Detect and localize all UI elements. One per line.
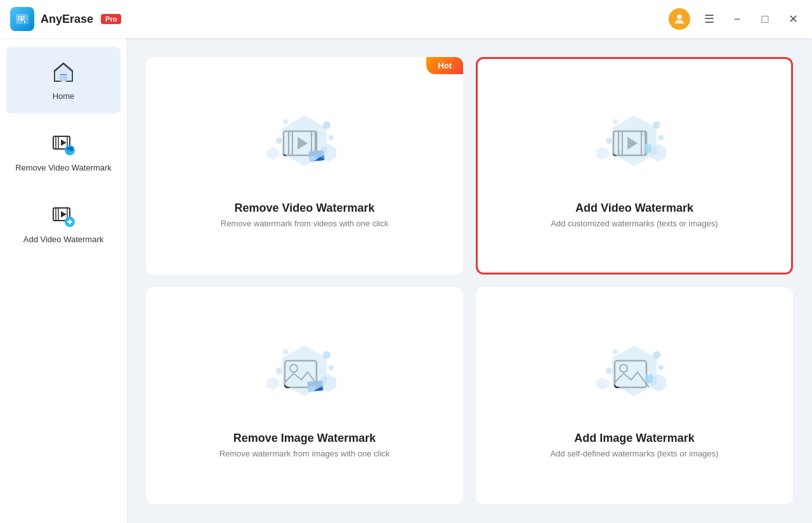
svg-marker-65 — [612, 345, 657, 396]
maximize-button[interactable]: □ — [756, 10, 774, 28]
svg-marker-60 — [266, 377, 279, 390]
titlebar: AnyErase Pro ☰ − □ ✕ — [0, 0, 812, 38]
svg-point-39 — [658, 135, 664, 140]
card-add-video-watermark[interactable]: Add Video Watermark Add customized water… — [476, 57, 793, 274]
card-remove-video-watermark[interactable]: Hot — [146, 57, 463, 274]
svg-marker-16 — [61, 211, 67, 217]
svg-marker-37 — [612, 115, 657, 166]
svg-point-69 — [613, 349, 618, 354]
svg-marker-18 — [282, 115, 327, 166]
svg-point-19 — [323, 121, 331, 129]
card-add-image-title: Add Image Watermark — [574, 432, 694, 445]
svg-marker-8 — [61, 139, 67, 146]
svg-point-67 — [658, 365, 664, 370]
close-button[interactable]: ✕ — [784, 10, 802, 28]
card-remove-image-watermark[interactable]: Remove Image Watermark Remove watermark … — [146, 287, 463, 505]
card-add-image-watermark[interactable]: Add Image Watermark Add self-defined wat… — [476, 287, 793, 505]
svg-marker-71 — [596, 377, 609, 390]
card-remove-video-title: Remove Video Watermark — [234, 202, 374, 215]
user-icon[interactable] — [669, 8, 690, 30]
card-add-image-subtitle: Add self-defined watermarks (texts or im… — [550, 449, 718, 458]
hot-badge: Hot — [426, 57, 463, 74]
sidebar-home-label: Home — [53, 91, 75, 102]
minimize-button[interactable]: − — [728, 10, 746, 28]
svg-point-40 — [606, 138, 612, 144]
sidebar-item-add-video[interactable]: Add Video Watermark — [6, 190, 121, 257]
svg-point-22 — [283, 119, 288, 124]
card-remove-image-icon-area — [260, 333, 349, 422]
sidebar-item-remove-video[interactable]: Remove Video Watermark — [6, 119, 121, 185]
svg-point-2 — [677, 15, 681, 19]
svg-point-20 — [329, 135, 334, 140]
sidebar: Home Remove Video Watermark — [0, 38, 127, 523]
svg-point-21 — [276, 138, 282, 144]
svg-marker-24 — [266, 147, 279, 160]
app-logo — [10, 7, 34, 31]
card-add-image-icon-area — [590, 333, 679, 422]
card-remove-image-title: Remove Image Watermark — [233, 432, 376, 445]
svg-point-38 — [653, 121, 660, 129]
svg-point-41 — [613, 119, 618, 124]
card-add-video-subtitle: Add customized watermarks (texts or imag… — [551, 219, 718, 228]
sidebar-item-home[interactable]: Home — [6, 47, 121, 113]
svg-point-57 — [276, 368, 282, 374]
svg-point-58 — [283, 349, 288, 354]
card-add-video-icon-area — [590, 103, 679, 191]
svg-point-66 — [653, 351, 660, 359]
pro-badge: Pro — [101, 14, 121, 24]
svg-marker-54 — [282, 345, 327, 396]
svg-point-68 — [606, 368, 612, 374]
main-content: Hot — [127, 38, 812, 523]
card-remove-image-subtitle: Remove watermark from images with one cl… — [219, 449, 390, 458]
app-name: AnyErase — [41, 13, 93, 26]
svg-point-56 — [329, 365, 334, 370]
card-remove-video-icon-area — [260, 103, 349, 191]
menu-button[interactable]: ☰ — [700, 10, 718, 28]
svg-point-55 — [323, 351, 331, 359]
titlebar-left: AnyErase Pro — [10, 7, 121, 31]
card-remove-video-subtitle: Remove watermark from videos with one cl… — [221, 219, 388, 228]
svg-marker-43 — [596, 147, 609, 160]
sidebar-remove-video-label: Remove Video Watermark — [15, 163, 112, 174]
card-add-video-title: Add Video Watermark — [575, 202, 693, 215]
main-layout: Home Remove Video Watermark — [0, 38, 812, 523]
sidebar-add-video-label: Add Video Watermark — [23, 235, 103, 245]
titlebar-right: ☰ − □ ✕ — [669, 8, 802, 30]
